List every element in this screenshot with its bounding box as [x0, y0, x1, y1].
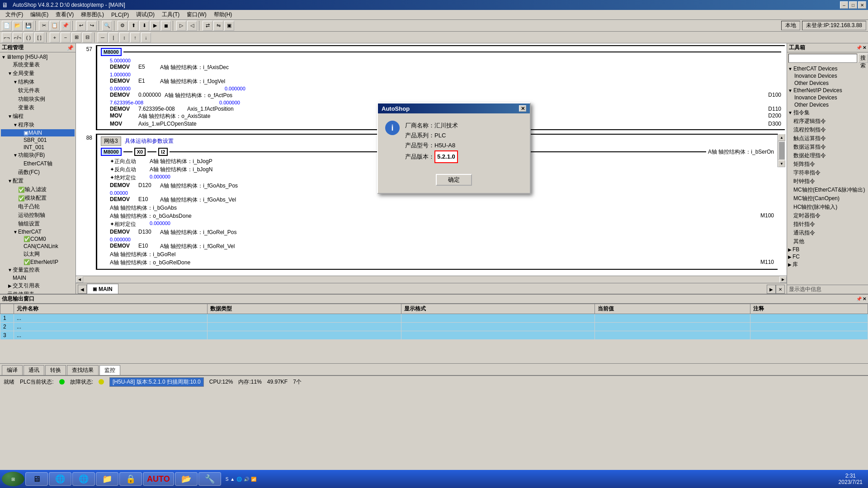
tb-connect[interactable]: ⇄: [203, 21, 212, 31]
tree-item-module-config[interactable]: ✅ 模块配置: [1, 194, 75, 202]
toolbox-contact-op[interactable]: 触点运算指令: [788, 134, 867, 143]
tab-scroll-right[interactable]: ▶: [767, 285, 776, 294]
tree-item-mainmonitor[interactable]: MAIN: [1, 274, 75, 282]
tree-item-ethercat-fb[interactable]: EtherCAT轴: [1, 160, 75, 168]
info-panel-close[interactable]: ✕: [863, 296, 866, 301]
taskbar-app-ie[interactable]: 🌐: [72, 472, 95, 486]
taskbar-app-soft1[interactable]: 🔒: [119, 472, 142, 486]
tree-item-fc[interactable]: 函数(FC): [1, 168, 75, 177]
tb2-coil[interactable]: ( ): [24, 33, 33, 42]
toolbox-data-proc[interactable]: 数据处理指令: [788, 151, 867, 160]
toolbox-ethercat-other[interactable]: Other Devices: [788, 80, 867, 87]
tb-monitor-start[interactable]: ▷: [176, 21, 186, 31]
tb-stop[interactable]: ⏹: [161, 21, 171, 31]
taskbar-app-folder[interactable]: 📂: [175, 472, 198, 486]
toolbox-hc-pulse[interactable]: HC轴控(脉冲输入): [788, 203, 867, 211]
tab-scroll-left[interactable]: ◀: [78, 285, 87, 294]
tb-run[interactable]: ▶: [150, 21, 160, 31]
toolbox-pointer[interactable]: 指针指令: [788, 220, 867, 229]
tree-item-ethercat[interactable]: ▼ EtherCAT: [1, 228, 75, 235]
toolbox-string[interactable]: 字符串指令: [788, 169, 867, 177]
scroll-up[interactable]: ▲: [778, 134, 785, 141]
minimize-button[interactable]: –: [840, 1, 848, 9]
dialog-close-button[interactable]: ✕: [519, 105, 526, 112]
tb-find[interactable]: 🔍: [102, 21, 112, 31]
tb-compile[interactable]: ⚙: [118, 21, 127, 31]
tree-item-eleccam[interactable]: 电子凸轮: [1, 202, 75, 211]
menu-plc[interactable]: PLC(P): [108, 11, 132, 19]
tb-open[interactable]: 📂: [13, 21, 23, 31]
tree-item-vartable[interactable]: 变量表: [1, 103, 75, 112]
taskbar-app-autoshop[interactable]: 🖥: [25, 472, 48, 486]
toolbox-mc-ethercat[interactable]: MC轴控(EtherCAT&脉冲输出): [788, 186, 867, 194]
tree-item-ethernetip[interactable]: ✅ EtherNet/IP: [1, 258, 75, 266]
tab-close-all[interactable]: ✕: [776, 285, 785, 294]
info-panel-pin[interactable]: 📌: [856, 296, 862, 301]
tree-item-int001[interactable]: INT_001: [1, 144, 75, 151]
tree-item-crossref[interactable]: ▶ 交叉引用表: [1, 282, 75, 290]
taskbar-app-explorer[interactable]: 📁: [96, 472, 118, 486]
tb2-func[interactable]: [ ]: [34, 33, 44, 42]
start-button[interactable]: ⊞: [2, 472, 24, 486]
tree-item-main[interactable]: ▣ MAIN: [1, 129, 75, 136]
tree-item-fb[interactable]: ▼ 功能块(FB): [1, 151, 75, 160]
menu-ladder[interactable]: 梯形图(L): [77, 10, 108, 19]
tree-item-progseq[interactable]: ▼ 程序块: [1, 121, 75, 129]
toolbox-comm[interactable]: 通讯指令: [788, 229, 867, 237]
toolbox-close[interactable]: ✕: [863, 45, 866, 50]
tree-item-canlink[interactable]: CAN(CANLink: [1, 243, 75, 250]
tb2-delete-row[interactable]: −: [61, 33, 71, 42]
toolbox-ethernetip-devices[interactable]: ▼ EtherNet/IP Devices: [788, 87, 867, 94]
taskbar-app-tool[interactable]: 🔧: [198, 472, 221, 486]
toolbox-ethercat-inovance[interactable]: Inovance Devices: [788, 72, 867, 80]
menu-file[interactable]: 文件(F): [2, 10, 27, 19]
tb-download[interactable]: ⬇: [139, 21, 149, 31]
toolbox-data-op[interactable]: 数据运算指令: [788, 143, 867, 151]
toolbox-ethernetip-other[interactable]: Other Devices: [788, 101, 867, 108]
toolbox-search-button[interactable]: 搜索: [858, 54, 868, 63]
local-badge[interactable]: 本地: [781, 21, 800, 30]
tb-copy[interactable]: 📋: [50, 21, 60, 31]
info-tab-search[interactable]: 查找结果: [67, 365, 99, 375]
toolbox-instruction-set[interactable]: ▼ 指令集: [788, 108, 867, 117]
tb-upload[interactable]: ⬆: [128, 21, 138, 31]
tb-paste[interactable]: 📌: [61, 21, 71, 31]
taskbar-app-auto[interactable]: AUTO: [143, 472, 174, 486]
tb2-insert-col[interactable]: ⊞: [71, 33, 81, 42]
tb-settings[interactable]: ▣: [224, 21, 234, 31]
tree-item-softelem[interactable]: 软元件表: [1, 86, 75, 95]
dialog-ok-button[interactable]: 确定: [436, 174, 472, 186]
tree-item-sbr001[interactable]: SBR_001: [1, 136, 75, 144]
tree-item-elemusage[interactable]: 元件使用表: [1, 290, 75, 294]
tree-item-config[interactable]: ▼ 配置: [1, 177, 75, 185]
scroll-down[interactable]: ▼: [778, 160, 785, 167]
tb2-open-br[interactable]: ↕: [119, 33, 129, 42]
tb-disconnect[interactable]: ⇋: [213, 21, 223, 31]
scroll-left-btn[interactable]: ◀: [76, 277, 83, 283]
tree-item-com0[interactable]: ✅ COM0: [1, 235, 75, 243]
close-button[interactable]: ✕: [858, 1, 866, 9]
toolbox-pin[interactable]: 📌: [856, 45, 862, 50]
tree-item-ethernet[interactable]: 以太网: [1, 250, 75, 258]
tb-cut[interactable]: ✂: [39, 21, 49, 31]
scrollbar-horizontal[interactable]: ◀ ▶: [76, 276, 787, 283]
info-tab-comm[interactable]: 通讯: [24, 365, 44, 375]
toolbox-mc-canopen[interactable]: MC轴控(CanOpen): [788, 194, 867, 203]
menu-debug[interactable]: 调试(D): [132, 10, 158, 19]
menu-edit[interactable]: 编辑(E): [27, 10, 52, 19]
toolbox-prog-logic[interactable]: 程序逻辑指令: [788, 117, 867, 126]
menu-help[interactable]: 帮助(H): [210, 10, 236, 19]
tree-item-axisgroup[interactable]: 轴组设置: [1, 220, 75, 228]
tree-item-motionctrl[interactable]: 运动控制轴: [1, 211, 75, 220]
tree-item-fbinst[interactable]: 功能块实例: [1, 95, 75, 103]
tb2-contact-nc[interactable]: ⌐/¬: [13, 33, 23, 42]
tree-item-struct[interactable]: ▼ 结构体: [1, 78, 75, 86]
tree-item-prog[interactable]: ▼ 编程: [1, 112, 75, 121]
tree-item-globalvar[interactable]: ▼ 全局变量: [1, 69, 75, 78]
toolbox-other[interactable]: 其他: [788, 237, 867, 246]
project-panel-close[interactable]: 📌: [67, 45, 74, 51]
tb2-arrow-down[interactable]: ↓: [141, 33, 151, 42]
tb-redo[interactable]: ↪: [87, 21, 97, 31]
info-tab-monitor[interactable]: 监控: [99, 365, 120, 375]
tb-monitor-stop[interactable]: ◁: [187, 21, 197, 31]
